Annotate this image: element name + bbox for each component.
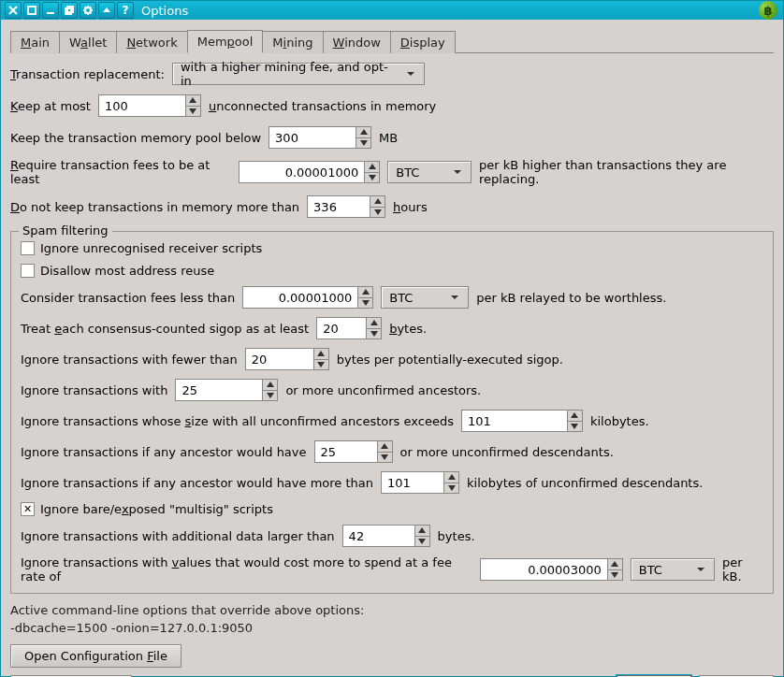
fewerthan-value[interactable]: 20: [246, 349, 313, 369]
bare-multisig-check[interactable]: Ignore bare/exposed "multisig" scripts: [21, 502, 763, 516]
spendcost-unit-combo[interactable]: BTC: [631, 558, 715, 581]
spin-down-icon[interactable]: [378, 453, 392, 463]
settings-icon[interactable]: [80, 2, 96, 19]
shade-icon[interactable]: [98, 2, 115, 19]
sigop-value[interactable]: 20: [317, 318, 366, 338]
tab-panel-mempool: Transaction replacement: with a higher m…: [10, 63, 774, 594]
app-icon: ฿: [759, 1, 777, 20]
txrepl-value: with a higher mining fee, and opt-in: [181, 60, 392, 88]
spin-up-icon[interactable]: [365, 162, 379, 173]
spendcost-spin[interactable]: 0.00003000: [480, 558, 622, 581]
spin-up-icon[interactable]: [186, 95, 200, 107]
keepatmost-value[interactable]: 100: [99, 95, 185, 116]
txrepl-combo[interactable]: with a higher mining fee, and opt-in: [172, 63, 425, 85]
spin-down-icon[interactable]: [608, 570, 622, 581]
spin-down-icon[interactable]: [314, 360, 328, 370]
tab-display[interactable]: Display: [390, 31, 456, 53]
feeless-unit: BTC: [389, 291, 413, 305]
spin-down-icon[interactable]: [444, 483, 458, 494]
memhours-suffix: hours: [393, 200, 428, 214]
close-icon[interactable]: [5, 2, 22, 19]
spin-down-icon[interactable]: [186, 107, 200, 117]
tab-wallet[interactable]: Wallet: [59, 31, 117, 53]
desckb-label: Ignore transactions if any ancestor woul…: [21, 476, 373, 490]
descendants-spin[interactable]: 25: [314, 440, 393, 463]
spin-down-icon[interactable]: [370, 208, 385, 218]
spin-up-icon[interactable]: [314, 349, 328, 360]
spin-up-icon[interactable]: [263, 380, 277, 391]
spin-down-icon[interactable]: [263, 391, 277, 401]
sizeexceed-suffix: kilobytes.: [590, 414, 649, 428]
desckb-spin[interactable]: 101: [381, 471, 459, 494]
desckb-suffix: kilobytes of unconfirmed descendants.: [467, 476, 703, 490]
poolbelow-suffix: MB: [379, 131, 398, 145]
spin-down-icon[interactable]: [358, 298, 372, 309]
overrides-value: -dbcache=1500 -onion=127.0.0.1:9050: [10, 621, 774, 635]
tab-main[interactable]: Main: [10, 31, 60, 53]
spin-up-icon[interactable]: [356, 127, 370, 138]
poolbelow-value[interactable]: 300: [269, 127, 356, 148]
keepatmost-spin[interactable]: 100: [98, 94, 201, 117]
checkbox-icon: [21, 241, 35, 255]
fewerthan-label: Ignore transactions with fewer than: [21, 353, 238, 367]
window-title: Options: [141, 4, 757, 18]
poolbelow-spin[interactable]: 300: [269, 126, 371, 149]
reqfee-value[interactable]: 0.00001000: [240, 162, 365, 182]
addldata-spin[interactable]: 42: [342, 525, 430, 547]
open-configuration-file-button[interactable]: Open Configuration File: [10, 644, 181, 668]
tab-mempool[interactable]: Mempool: [187, 30, 264, 53]
desckb-value[interactable]: 101: [382, 472, 443, 493]
spin-up-icon[interactable]: [358, 287, 372, 298]
addldata-value[interactable]: 42: [343, 526, 414, 546]
ignore-unknown-scripts-check[interactable]: Ignore unrecognised receiver scripts: [21, 241, 763, 255]
spin-up-icon[interactable]: [608, 559, 622, 570]
minimize-icon[interactable]: [42, 2, 59, 19]
spin-up-icon[interactable]: [367, 318, 381, 329]
restore-icon[interactable]: [61, 2, 78, 19]
descendants-value[interactable]: 25: [315, 441, 377, 462]
memhours-spin[interactable]: 336: [307, 195, 385, 218]
feeless-spin[interactable]: 0.00001000: [242, 286, 373, 309]
feeless-unit-combo[interactable]: BTC: [381, 286, 469, 309]
sizeexceed-value[interactable]: 101: [462, 411, 567, 431]
sigop-spin[interactable]: 20: [316, 317, 382, 339]
spin-up-icon[interactable]: [378, 441, 392, 453]
sizeexceed-spin[interactable]: 101: [461, 410, 583, 432]
spin-down-icon[interactable]: [415, 537, 429, 547]
spin-up-icon[interactable]: [444, 472, 458, 483]
spendcost-value[interactable]: 0.00003000: [481, 559, 606, 580]
spin-down-icon[interactable]: [367, 329, 381, 339]
reqfee-spin[interactable]: 0.00001000: [239, 161, 381, 183]
spin-down-icon[interactable]: [356, 138, 370, 149]
spin-up-icon[interactable]: [415, 526, 429, 537]
overrides-label: Active command-line options that overrid…: [10, 603, 774, 617]
tab-window[interactable]: Window: [323, 31, 391, 53]
titlebar: ? Options ฿: [1, 1, 783, 20]
tab-mining[interactable]: Mining: [262, 31, 323, 53]
checkbox-icon: [21, 502, 35, 516]
reqfee-suffix: per kB higher than transactions they are…: [479, 158, 774, 186]
spin-down-icon[interactable]: [568, 422, 582, 432]
poolbelow-label: Keep the transaction memory pool below: [10, 131, 261, 145]
memhours-value[interactable]: 336: [308, 196, 370, 217]
keepatmost-label: Keep at most: [10, 99, 91, 113]
chevron-down-icon: [447, 290, 462, 305]
feeless-value[interactable]: 0.00001000: [243, 287, 357, 308]
fewerthan-suffix: bytes per potentially-executed sigop.: [337, 353, 563, 367]
ancestors-spin[interactable]: 25: [175, 379, 278, 401]
chevron-down-icon: [403, 66, 418, 81]
disallow-reuse-check[interactable]: Disallow most address reuse: [21, 264, 763, 278]
spin-up-icon[interactable]: [370, 196, 385, 208]
fewerthan-spin[interactable]: 20: [245, 348, 329, 370]
spin-up-icon[interactable]: [568, 411, 582, 422]
svg-rect-0: [28, 7, 36, 14]
sigop-label: Treat each consensus-counted sigop as at…: [21, 322, 309, 336]
spin-down-icon[interactable]: [365, 173, 379, 183]
reqfee-unit-combo[interactable]: BTC: [387, 161, 472, 183]
tab-network[interactable]: Network: [116, 31, 187, 53]
maximize-icon[interactable]: [23, 2, 40, 19]
help-icon[interactable]: ?: [117, 2, 134, 19]
ancestors-value[interactable]: 25: [176, 380, 262, 400]
feeless-suffix: per kB relayed to be worthless.: [476, 291, 666, 305]
disallow-reuse-label: Disallow most address reuse: [40, 264, 214, 278]
